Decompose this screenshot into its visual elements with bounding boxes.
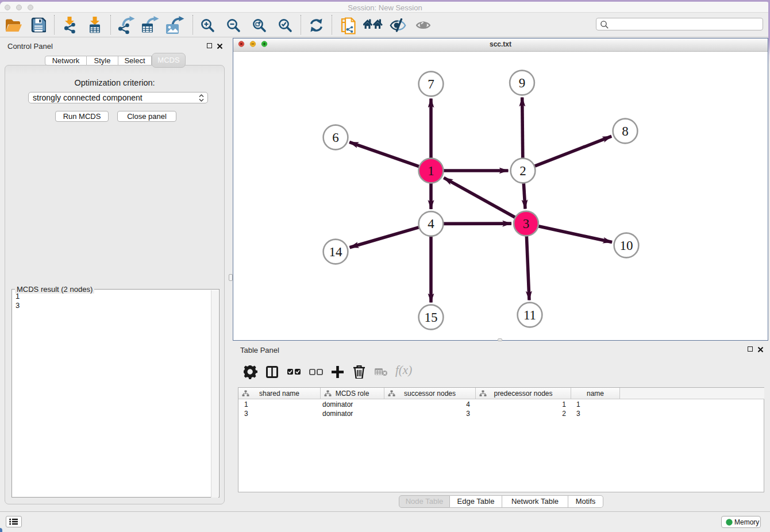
svg-text:7: 7 bbox=[428, 77, 434, 91]
svg-text:15: 15 bbox=[425, 310, 438, 325]
svg-text:9: 9 bbox=[519, 76, 526, 90]
svg-text:11: 11 bbox=[523, 308, 536, 322]
svg-text:4: 4 bbox=[428, 217, 434, 231]
svg-text:8: 8 bbox=[622, 124, 629, 138]
svg-text:10: 10 bbox=[620, 238, 633, 253]
svg-text:2: 2 bbox=[519, 164, 526, 178]
svg-text:1: 1 bbox=[428, 164, 434, 178]
svg-text:3: 3 bbox=[523, 217, 530, 231]
svg-text:14: 14 bbox=[329, 245, 343, 259]
svg-text:6: 6 bbox=[332, 130, 339, 145]
